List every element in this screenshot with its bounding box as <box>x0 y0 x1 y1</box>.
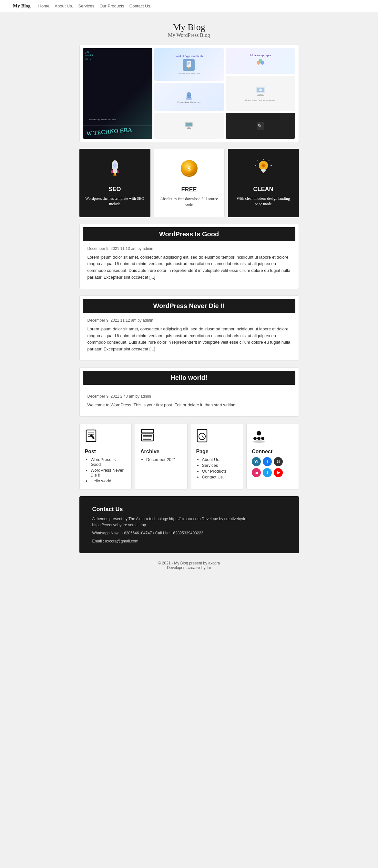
svg-point-28 <box>113 163 116 168</box>
site-subtitle: My WordPress Blog <box>83 32 296 38</box>
archive-widget-icon <box>140 429 182 446</box>
svg-rect-11 <box>187 127 190 128</box>
post-link-2[interactable]: WordPress Never Die !! <box>91 468 127 477</box>
page-link-1[interactable]: About Us. <box>202 457 238 462</box>
svg-rect-61 <box>141 430 153 433</box>
footer-line3: Email : axcora@gmail.com <box>92 538 286 545</box>
developer-line: Developer : creativebydre <box>81 565 298 570</box>
hero-col-1: yd4.-o o9 9e6 9 W TECHNO ERA Update App … <box>83 48 152 139</box>
feature-free: $ FREE Absolutley free download full sou… <box>153 149 225 217</box>
footer-line1: A themes present by The Axcora technolog… <box>92 516 286 528</box>
page-link-3[interactable]: Our Products <box>202 469 238 474</box>
page-widget-list: About Us. Services Our Products Contact … <box>196 457 238 479</box>
site-title-area: My Blog My WordPress Blog <box>76 12 302 44</box>
svg-rect-1 <box>187 62 191 63</box>
post-title-2[interactable]: WordPress Never Die !! <box>83 299 295 313</box>
footer: Contact Us A themes present by The Axcor… <box>79 496 299 553</box>
feature-clean-title: CLEAN <box>253 186 273 193</box>
post-card-1: WordPress Is Good December 9, 2021 11:13… <box>79 224 299 289</box>
svg-point-18 <box>259 89 262 91</box>
bottom-bar: © 2021 - My Blog present by axcora Devel… <box>76 556 302 575</box>
svg-rect-8 <box>186 95 191 98</box>
feature-clean: CLEAN With clean modern design landing p… <box>228 149 299 217</box>
svg-point-72 <box>253 437 256 440</box>
nav-contact[interactable]: Contact Us. <box>130 4 151 8</box>
post-meta-2: December 9, 2021 11:12 am by admin <box>88 318 291 322</box>
page-link-4[interactable]: Contact Us. <box>202 474 238 479</box>
widget-archive: Archive December 2021 <box>135 423 187 490</box>
copyright-line: © 2021 - My Blog present by axcora <box>81 561 298 565</box>
nav-home[interactable]: Home <box>38 4 50 8</box>
hero-image-techno: yd4.-o o9 9e6 9 W TECHNO ERA Update App … <box>83 48 152 139</box>
footer-line2: Whatsapp Now : +6285646104747 / Call Us … <box>92 530 286 536</box>
archive-widget-list: December 2021 <box>140 457 182 462</box>
feature-seo-title: SEO <box>108 186 121 193</box>
connect-github[interactable]: G <box>274 457 283 466</box>
connect-twitter[interactable]: t <box>263 468 272 477</box>
connect-icons-row: W f G in t ▶ <box>252 457 294 477</box>
footer-title: Contact Us <box>92 506 286 513</box>
svg-point-74 <box>261 437 264 440</box>
post-title-3[interactable]: Hello world! <box>83 371 295 385</box>
svg-rect-47 <box>261 169 266 171</box>
svg-line-70 <box>202 436 204 437</box>
connect-youtube[interactable]: ▶ <box>274 468 283 477</box>
nav-about[interactable]: About Us. <box>55 4 73 8</box>
hero-collage: yd4.-o o9 9e6 9 W TECHNO ERA Update App … <box>83 48 295 139</box>
nav-products[interactable]: Our Products <box>99 4 124 8</box>
widget-page: Page About Us. Services Our Products Con… <box>191 423 243 490</box>
feature-free-desc: Absolutley free download full source cod… <box>159 196 219 207</box>
site-title: My Blog <box>83 22 296 32</box>
svg-text:$: $ <box>187 165 191 172</box>
widget-post: Post WordPress Is Good WordPress Never D… <box>79 423 132 490</box>
svg-line-53 <box>257 160 258 161</box>
post-widget-title: Post <box>85 449 127 455</box>
svg-rect-10 <box>185 123 192 126</box>
post-excerpt-2: Lorem ipsum dolor sit amet, consectetur … <box>88 326 291 353</box>
rocket-icon <box>105 158 125 181</box>
connect-widget-title: Connect <box>252 449 294 455</box>
post-widget-list: WordPress Is Good WordPress Never Die !!… <box>85 457 127 483</box>
post-link-3[interactable]: Hello world! <box>91 478 127 483</box>
svg-point-15 <box>259 59 263 63</box>
post-excerpt-3: Welcome to WordPress. This is your first… <box>88 402 291 409</box>
navbar-brand[interactable]: My Blog <box>13 3 31 9</box>
svg-point-31 <box>113 174 116 176</box>
hero-img-app4: All in one app apps <box>226 48 295 74</box>
navbar: My Blog Home About Us. Services Our Prod… <box>0 0 378 12</box>
widgets-row: Post WordPress Is Good WordPress Never D… <box>79 423 299 490</box>
connect-widget-icon <box>252 429 294 446</box>
post-link-1[interactable]: WordPress Is Good <box>91 457 127 467</box>
svg-line-51 <box>269 160 269 161</box>
post-widget-icon <box>85 429 127 446</box>
hero-col-3: All in one app apps Online Order Fitur p… <box>226 48 295 139</box>
hero-img-app3 <box>154 113 224 139</box>
hero-img-app2: Personalisasi Mobile care <box>154 83 224 111</box>
svg-point-71 <box>256 431 261 435</box>
hero-section: yd4.-o o9 9e6 9 W TECHNO ERA Update App … <box>79 44 299 142</box>
svg-rect-3 <box>187 64 190 65</box>
connect-facebook[interactable]: f <box>263 457 272 466</box>
post-title-1[interactable]: WordPress Is Good <box>83 227 295 241</box>
connect-wordpress[interactable]: W <box>252 457 261 466</box>
feature-seo-desc: Wordpress themes template with SEO inclu… <box>84 196 145 207</box>
nav-services[interactable]: Services <box>78 4 94 8</box>
svg-rect-25 <box>113 168 117 173</box>
svg-marker-27 <box>117 169 119 173</box>
post-card-2: WordPress Never Die !! December 9, 2021 … <box>79 296 299 361</box>
post-card-3: Hello world! December 9, 2021 2:40 am by… <box>79 367 299 417</box>
connect-instagram[interactable]: in <box>252 468 261 477</box>
post-excerpt-1: Lorem ipsum dolor sit amet, consectetur … <box>88 254 291 281</box>
features-row: SEO Wordpress themes template with SEO i… <box>79 149 299 217</box>
svg-rect-12 <box>187 128 191 129</box>
archive-link-1[interactable]: December 2021 <box>146 457 182 462</box>
post-meta-3: December 9, 2021 2:40 am by admin <box>88 394 291 399</box>
svg-text:✎: ✎ <box>257 123 262 129</box>
post-meta-1: December 9, 2021 11:13 am by admin <box>88 246 291 251</box>
page-widget-icon <box>196 429 238 446</box>
feature-seo: SEO Wordpress themes template with SEO i… <box>79 149 150 217</box>
page-wrapper: My Blog My WordPress Blog yd4.-o o9 9e6 … <box>76 12 302 575</box>
svg-rect-48 <box>262 171 265 172</box>
bulb-icon <box>254 158 273 181</box>
page-link-2[interactable]: Services <box>202 463 238 468</box>
